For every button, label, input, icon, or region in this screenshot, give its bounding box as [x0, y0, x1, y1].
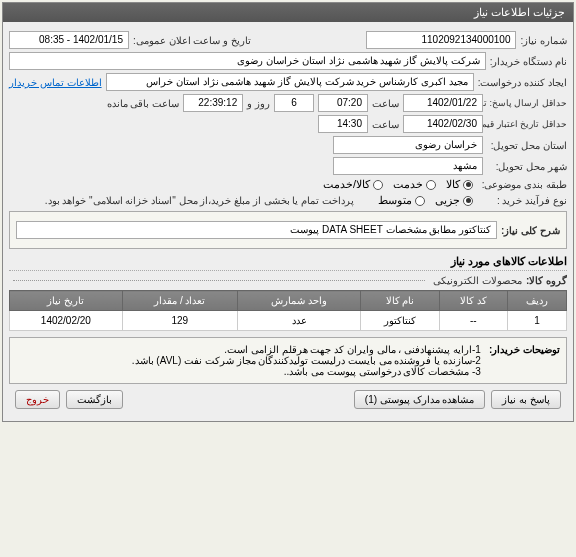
cell-code: --	[439, 311, 507, 331]
need-no-label: شماره نیاز:	[520, 35, 567, 46]
cell-date: 1402/02/20	[10, 311, 123, 331]
category-label: طبقه بندی موضوعی:	[477, 179, 567, 190]
group-label: گروه کالا:	[526, 275, 567, 286]
days-remaining: 6	[274, 94, 314, 112]
need-no-value: 1102092134000100	[366, 31, 516, 49]
th-unit: واحد شمارش	[237, 291, 361, 311]
validity-label: حداقل تاریخ اعتبار قیمت: تا تاریخ:	[487, 119, 567, 130]
cell-name: کنتاکتور	[361, 311, 439, 331]
radio-dot-icon	[415, 196, 425, 206]
radio-dot-icon	[373, 180, 383, 190]
group-value: محصولات الکترونیکی	[433, 275, 522, 286]
province-value: خراسان رضوی	[333, 136, 483, 154]
cell-qty: 129	[122, 311, 237, 331]
button-bar: پاسخ به نیاز مشاهده مدارک پیوستی (1) باز…	[9, 384, 567, 415]
radio-goods-service[interactable]: کالا/خدمت	[323, 178, 383, 191]
time-remaining: 22:39:12	[183, 94, 243, 112]
radio-goods-label: کالا	[446, 178, 460, 191]
process-note: پرداخت تمام یا بخشی از مبلغ خرید،از محل …	[45, 195, 354, 206]
category-radio-group: کالا خدمت کالا/خدمت	[323, 178, 473, 191]
buyer-desc-line1: 1-ارایه پیشنهادفنی ، مالی وایران کد جهت …	[16, 344, 481, 355]
city-label: شهر محل تحویل:	[487, 161, 567, 172]
days-and-label: روز و	[247, 98, 270, 109]
radio-service-label: خدمت	[393, 178, 423, 191]
deadline-label: حداقل ارسال پاسخ: تا تاریخ:	[487, 98, 567, 109]
announce-date-value: 1402/01/15 - 08:35	[9, 31, 129, 49]
panel-title: جزئیات اطلاعات نیاز	[3, 3, 573, 22]
attachments-button[interactable]: مشاهده مدارک پیوستی (1)	[354, 390, 486, 409]
buyer-org-label: نام دستگاه خریدار:	[490, 56, 567, 67]
city-value: مشهد	[333, 157, 483, 175]
th-code: کد کالا	[439, 291, 507, 311]
radio-partial-label: جزیی	[435, 194, 460, 207]
cell-unit: عدد	[237, 311, 361, 331]
panel-body: شماره نیاز: 1102092134000100 تاریخ و ساع…	[3, 22, 573, 421]
exit-button[interactable]: خروج	[15, 390, 60, 409]
th-qty: تعداد / مقدار	[122, 291, 237, 311]
need-description-box: شرح کلی نیاز: کنتاکتور مطابق مشخصات DATA…	[9, 211, 567, 249]
radio-dot-icon	[463, 180, 473, 190]
buyer-desc-label: توضیحات خریدار:	[489, 344, 560, 377]
radio-dot-icon	[426, 180, 436, 190]
radio-medium[interactable]: متوسط	[378, 194, 425, 207]
province-label: استان محل تحویل:	[487, 140, 567, 151]
buyer-contact-link[interactable]: اطلاعات تماس خریدار	[9, 77, 102, 88]
announce-date-label: تاریخ و ساعت اعلان عمومی:	[133, 35, 251, 46]
th-name: نام کالا	[361, 291, 439, 311]
buyer-desc-text: 1-ارایه پیشنهادفنی ، مالی وایران کد جهت …	[16, 344, 481, 377]
creator-label: ایجاد کننده درخواست:	[478, 77, 567, 88]
table-header-row: ردیف کد کالا نام کالا واحد شمارش تعداد /…	[10, 291, 567, 311]
deadline-time: 07:20	[318, 94, 368, 112]
desc-title-value: کنتاکتور مطابق مشخصات DATA SHEET پیوست	[16, 221, 497, 239]
time-remaining-label: ساعت باقی مانده	[107, 98, 180, 109]
process-label: نوع فرآیند خرید :	[477, 195, 567, 206]
buyer-desc-line3: 3- مشخصات کالای درخواستی پیوست می باشد..	[16, 366, 481, 377]
items-table: ردیف کد کالا نام کالا واحد شمارش تعداد /…	[9, 290, 567, 331]
respond-button[interactable]: پاسخ به نیاز	[491, 390, 561, 409]
deadline-date: 1402/01/22	[403, 94, 483, 112]
radio-dot-icon	[463, 196, 473, 206]
buyer-desc-box: توضیحات خریدار: 1-ارایه پیشنهادفنی ، مال…	[9, 337, 567, 384]
dotted-divider	[13, 280, 425, 281]
radio-medium-label: متوسط	[378, 194, 412, 207]
validity-date: 1402/02/30	[403, 115, 483, 133]
creator-value: مجید اکبری کارشناس خرید شرکت پالایش گاز …	[106, 73, 474, 91]
radio-partial[interactable]: جزیی	[435, 194, 473, 207]
th-date: تاریخ نیاز	[10, 291, 123, 311]
radio-goods[interactable]: کالا	[446, 178, 473, 191]
back-button[interactable]: بازگشت	[66, 390, 123, 409]
items-section-title: اطلاعات کالاهای مورد نیاز	[9, 255, 567, 271]
validity-time: 14:30	[318, 115, 368, 133]
time-label-2: ساعت	[372, 119, 399, 130]
th-idx: ردیف	[507, 291, 566, 311]
process-radio-group: جزیی متوسط	[378, 194, 473, 207]
radio-service[interactable]: خدمت	[393, 178, 436, 191]
buyer-org-value: شرکت پالایش گاز شهید هاشمی نژاد استان خر…	[9, 52, 486, 70]
need-details-panel: جزئیات اطلاعات نیاز شماره نیاز: 11020921…	[2, 2, 574, 422]
radio-goods-service-label: کالا/خدمت	[323, 178, 370, 191]
buyer-desc-line2: 2-سازنده یا فروشنده می بایست درلیست تولی…	[16, 355, 481, 366]
time-label-1: ساعت	[372, 98, 399, 109]
desc-title-label: شرح کلی نیاز:	[501, 225, 560, 236]
cell-idx: 1	[507, 311, 566, 331]
table-row[interactable]: 1 -- کنتاکتور عدد 129 1402/02/20	[10, 311, 567, 331]
